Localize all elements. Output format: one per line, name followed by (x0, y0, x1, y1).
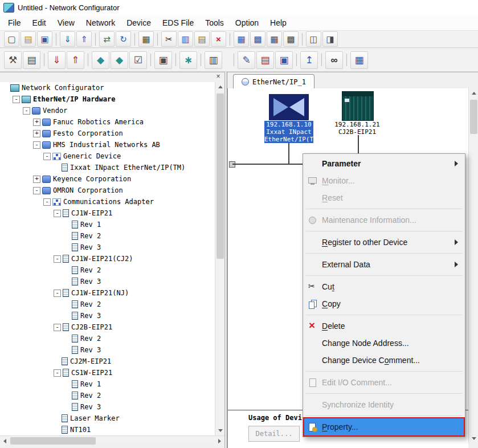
menu-register-to-other-device[interactable]: Register to other Device (304, 234, 464, 251)
tree-item-rev-1[interactable]: Rev 1 (0, 378, 215, 390)
menubar-option[interactable]: Option (230, 16, 264, 30)
tree-item-cj1w-eip21-nj[interactable]: -CJ1W-EIP21(NJ) (0, 287, 215, 299)
open-button[interactable]: ▤ (21, 31, 36, 47)
scroll-right-button[interactable] (215, 436, 224, 446)
download-to-device-button[interactable]: ⇓ (48, 51, 66, 69)
io-table-button[interactable]: ▩ (250, 31, 265, 47)
tree-item-cs1w-eip21[interactable]: -CS1W-EIP21 (0, 367, 215, 378)
address-table-button[interactable]: ▦ (234, 31, 249, 47)
menu-copy[interactable]: Copy (304, 295, 464, 312)
scroll-left-button[interactable] (0, 436, 10, 446)
menubar-file[interactable]: File (2, 16, 27, 30)
maintenance-info-button[interactable]: ▣ (154, 51, 172, 69)
eds-delete-button[interactable]: ▤ (256, 51, 274, 69)
device-ixxat-label[interactable]: 192.168.1.10 Ixxat INpact EtherNet/IP(TM (264, 121, 313, 143)
collapse-icon[interactable]: - (54, 255, 61, 263)
print-button[interactable]: ▦ (138, 31, 154, 47)
collapse-icon[interactable]: - (33, 141, 40, 149)
compare-device-down-button[interactable]: ◆ (111, 51, 128, 69)
collapse-icon[interactable]: - (54, 369, 61, 377)
detail-button[interactable]: Detail... (248, 426, 300, 442)
tree-item-rev-2[interactable]: Rev 2 (0, 390, 215, 401)
device-cj2b-icon[interactable] (342, 91, 374, 121)
menubar-device[interactable]: Device (121, 16, 157, 30)
tab-ethernet-ip-1[interactable]: EtherNet/IP_1 (233, 74, 314, 89)
menu-delete[interactable]: Delete (304, 317, 464, 335)
new-button[interactable]: ▢ (4, 31, 19, 47)
tree-horizontal-scrollbar[interactable] (0, 435, 224, 445)
tree-item-rev-2[interactable]: Rev 2 (0, 264, 215, 276)
device-cj2b-label[interactable]: 192.168.1.21 CJ2B-EIP21 (329, 121, 385, 136)
delete-button[interactable]: × (211, 31, 226, 47)
tree-item-rev-3[interactable]: Rev 3 (0, 310, 215, 321)
collapse-icon[interactable]: - (23, 107, 30, 115)
tree-item-ixxat-inpact-ethernet-ip-tm[interactable]: Ixxat INpact EtherNet/IP(TM) (0, 162, 215, 173)
collapse-icon[interactable]: - (43, 153, 51, 160)
rack-view-button[interactable]: ▥ (205, 51, 222, 69)
menu-cut[interactable]: Cut (304, 278, 464, 295)
menu-change-device-comment[interactable]: Change Device Comment... (304, 352, 464, 369)
connect-network-button[interactable]: ⇄ (99, 31, 115, 47)
tree-item-cj2b-eip21[interactable]: -CJ2B-EIP21 (0, 321, 215, 333)
tree-item-cj2m-eip21[interactable]: CJ2M-EIP21 (0, 356, 215, 367)
collapse-icon[interactable]: - (54, 324, 61, 331)
tree-item-festo-corporation[interactable]: +Festo Corporation (0, 128, 215, 139)
refresh-network-button[interactable]: ↻ (116, 31, 131, 47)
expand-icon[interactable]: + (33, 119, 40, 126)
tree-item-communications-adapter[interactable]: -Communications Adapter (0, 196, 215, 207)
save-button[interactable]: ▣ (37, 31, 52, 47)
scroll-up-button[interactable] (215, 82, 225, 92)
tree-item-laser-marker[interactable]: Laser Marker (0, 413, 215, 424)
tree-vertical-scrollbar[interactable] (215, 82, 224, 435)
scrollbar-thumb[interactable] (10, 437, 96, 445)
expand-icon[interactable]: + (33, 176, 40, 183)
edit-parameters-button[interactable]: ⚒ (4, 51, 22, 69)
menubar-network[interactable]: Network (80, 16, 121, 30)
monitor-device-button[interactable]: ∗ (179, 51, 197, 69)
upload-from-network-button[interactable]: ⇑ (76, 31, 92, 47)
device-ixxat-icon[interactable] (269, 94, 309, 120)
tree-item-network-configurator[interactable]: Network Configurator (0, 82, 215, 93)
tree-item-rev-2[interactable]: Rev 2 (0, 299, 215, 310)
download-to-network-button[interactable]: ⇓ (60, 31, 75, 47)
tree-item-omron-corporation[interactable]: -OMRON Corporation (0, 185, 215, 196)
copy-button[interactable]: ▥ (178, 31, 193, 47)
network-table-button[interactable]: ▩ (283, 31, 299, 47)
scroll-up-button[interactable] (469, 88, 478, 98)
expand-icon[interactable]: + (33, 130, 40, 137)
paste-button[interactable]: ▤ (194, 31, 210, 47)
menu-external-data[interactable]: External Data (304, 256, 464, 273)
find-button[interactable]: ∞ (325, 51, 343, 69)
scrollbar-thumb[interactable] (216, 93, 224, 259)
tree-item-rev-2[interactable]: Rev 2 (0, 333, 215, 344)
tree-item-generic-device[interactable]: -Generic Device (0, 150, 215, 162)
tree-item-ethernet-ip-hardware[interactable]: -EtherNet/IP Hardware (0, 93, 215, 105)
menu-property[interactable]: Property... (304, 418, 464, 435)
menu-parameter[interactable]: Parameter (304, 155, 464, 172)
menubar-eds-file[interactable]: EDS File (157, 16, 199, 30)
icon-view-button[interactable]: ▦ (350, 51, 368, 69)
menubar-edit[interactable]: Edit (27, 16, 52, 30)
scroll-down-button[interactable] (215, 426, 225, 435)
eds-upload-button[interactable]: ↥ (300, 51, 318, 69)
collapse-icon[interactable]: - (43, 198, 51, 206)
canvas-vertical-scrollbar[interactable] (468, 88, 478, 443)
tree-item-rev-3[interactable]: Rev 3 (0, 242, 215, 253)
tree-item-hms-industrial-networks-ab[interactable]: -HMS Industrial Networks AB (0, 139, 215, 150)
tree-item-rev-2[interactable]: Rev 2 (0, 230, 215, 242)
collapse-icon[interactable]: - (54, 210, 61, 217)
tree-item-nt101[interactable]: NT101 (0, 424, 215, 435)
cut-button[interactable]: ✂ (161, 31, 177, 47)
tree-item-rev-1[interactable]: Rev 1 (0, 219, 215, 230)
tree-item-cj1w-eip21-cj2[interactable]: -CJ1W-EIP21(CJ2) (0, 253, 215, 264)
eds-create-button[interactable]: ✎ (238, 51, 255, 69)
tree-item-vendor[interactable]: -Vendor (0, 105, 215, 116)
tree-item-rev-3[interactable]: Rev 3 (0, 276, 215, 287)
compare-device-up-button[interactable]: ◆ (92, 51, 109, 69)
verify-button[interactable]: ☑ (129, 51, 147, 69)
tree-item-cj1w-eip21[interactable]: -CJ1W-EIP21 (0, 207, 215, 219)
collapse-icon[interactable]: - (33, 187, 40, 194)
scrollbar-thumb[interactable] (470, 100, 477, 134)
upload-from-device-button[interactable]: ⇑ (67, 51, 84, 69)
collapse-icon[interactable]: - (13, 96, 20, 103)
